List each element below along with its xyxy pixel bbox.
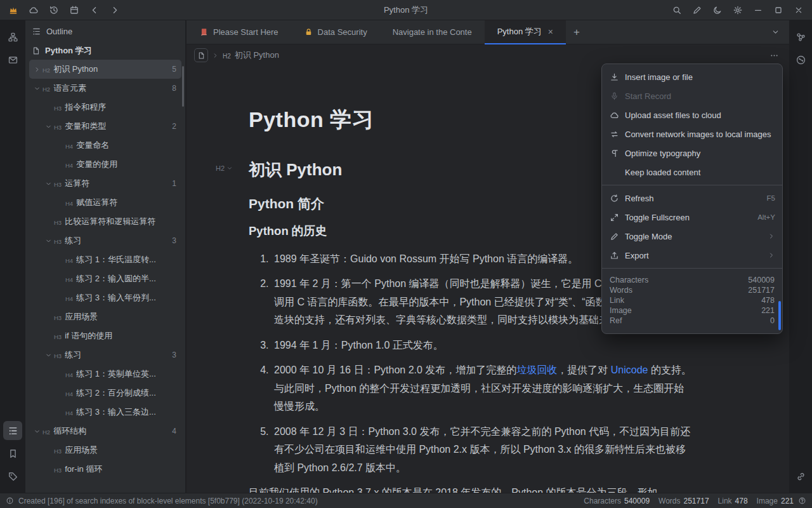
menu-item[interactable]: Toggle FullscreenAlt+Y	[602, 208, 782, 227]
outline-item[interactable]: H3指令和程序	[29, 98, 181, 117]
outline-item[interactable]: H3应用场景	[29, 441, 181, 460]
submenu-chevron-icon	[768, 251, 775, 259]
history-icon[interactable]	[44, 2, 63, 18]
outline-item[interactable]: H4练习 3：输入年份判...	[29, 288, 181, 307]
graph-icon[interactable]	[791, 27, 810, 46]
status-stat: Link478	[718, 497, 748, 505]
sidebar-scrollbar[interactable]	[182, 66, 184, 107]
inline-link[interactable]: Unicode	[611, 364, 648, 375]
new-tab-button[interactable]: +	[568, 24, 585, 41]
tab-3[interactable]: Navigate in the Conte	[380, 20, 485, 44]
tag-icon[interactable]	[3, 467, 22, 486]
chevron-down-icon[interactable]	[43, 350, 53, 360]
menu-item[interactable]: Keep loaded content	[602, 163, 782, 182]
menu-stat-row: Link478	[610, 295, 775, 305]
outline-item[interactable]: H4赋值运算符	[29, 193, 181, 212]
tab-4[interactable]: Python 学习×	[485, 20, 566, 44]
outline-item-label: 循环结构	[53, 425, 86, 437]
breadcrumb: H2 初识 Python	[187, 44, 789, 66]
status-message: Created [196] of search indexes of block…	[18, 497, 318, 505]
menu-scrollbar[interactable]	[778, 301, 781, 330]
titlebar: Python 学习	[0, 0, 812, 20]
search-icon[interactable]	[667, 2, 686, 18]
breadcrumb-item[interactable]: 初识 Python	[235, 50, 279, 61]
tab-close-icon[interactable]: ×	[548, 27, 553, 36]
outline-doc-row[interactable]: Python 学习	[25, 42, 185, 60]
tab-1[interactable]: Please Start Here	[187, 20, 291, 44]
inbox-icon[interactable]	[3, 50, 22, 69]
outline-icon[interactable]	[3, 421, 22, 440]
chevron-down-icon[interactable]	[43, 178, 53, 189]
outline-icon	[32, 27, 41, 36]
outline-item[interactable]: H3if 语句的使用	[29, 326, 181, 345]
info-icon[interactable]	[6, 497, 14, 505]
menu-item[interactable]: Insert image or file	[602, 67, 782, 86]
menu-item[interactable]: Toggle Mode	[602, 227, 782, 246]
daily-note-icon[interactable]	[65, 2, 84, 18]
close-icon[interactable]	[789, 2, 808, 18]
heading-level-tag: H3	[54, 124, 62, 131]
outline-item[interactable]: H3练习3	[29, 231, 181, 250]
bookmark-icon[interactable]	[3, 444, 22, 463]
outline-arrow-slot	[55, 388, 65, 398]
status-stat-value: 221	[781, 497, 794, 505]
outline-item[interactable]: H3比较运算符和逻辑运算符	[29, 212, 181, 231]
more-icon[interactable]	[766, 48, 782, 63]
chevron-right-icon[interactable]	[32, 64, 42, 74]
menu-item[interactable]: Optimize typography	[602, 144, 782, 163]
back-icon[interactable]	[85, 2, 104, 18]
outline-item[interactable]: H4练习 2：输入圆的半...	[29, 269, 181, 288]
backlink-icon[interactable]	[791, 467, 810, 486]
help-icon[interactable]	[798, 497, 806, 505]
menu-item[interactable]: Export	[602, 246, 782, 265]
inline-link[interactable]: 垃圾回收	[516, 364, 557, 375]
heading-level-tag: H2	[43, 67, 50, 74]
file-icon[interactable]	[194, 48, 208, 62]
outline-item[interactable]: H4练习 3：输入三条边...	[29, 403, 181, 422]
chevron-down-icon[interactable]	[43, 121, 53, 131]
chevron-down-icon[interactable]	[43, 236, 53, 246]
outline-item[interactable]: H2初识 Python5	[29, 60, 181, 79]
tab-list-chevron-icon[interactable]	[768, 25, 783, 40]
tab-2[interactable]: Data Security	[291, 20, 380, 44]
edit-icon[interactable]	[688, 2, 707, 18]
file-icon	[32, 46, 41, 55]
global-graph-icon[interactable]	[791, 50, 810, 69]
outline-item[interactable]: H3for-in 循环	[29, 460, 181, 479]
chevron-down-icon[interactable]	[32, 426, 42, 436]
outline-item[interactable]: H3练习3	[29, 345, 181, 364]
cloud-icon[interactable]	[24, 2, 43, 18]
app-logo-icon[interactable]	[4, 2, 23, 18]
outline-arrow-slot	[43, 312, 53, 322]
menu-item[interactable]: Convert network images to local images	[602, 124, 782, 144]
outline-arrow-slot	[55, 255, 65, 265]
heading-gutter[interactable]: H2	[216, 164, 233, 172]
paragraph-clipped[interactable]: 目前我们使用的 Python 3.7.x 的版本是在 2018 年发布的，Pyt…	[249, 484, 693, 493]
outline-item[interactable]: H3变量和类型2	[29, 117, 181, 136]
menu-item[interactable]: Upload asset files to cloud	[602, 105, 782, 124]
minimize-icon[interactable]	[749, 2, 768, 18]
outline-item[interactable]: H4变量命名	[29, 136, 181, 155]
outline-item[interactable]: H2循环结构4	[29, 422, 181, 441]
outline-item[interactable]: H4练习 1：华氏温度转...	[29, 250, 181, 269]
maximize-icon[interactable]	[769, 2, 788, 18]
outline-item[interactable]: H4练习 1：英制单位英...	[29, 364, 181, 384]
outline-item[interactable]: H2语言元素8	[29, 79, 181, 98]
file-tree-icon[interactable]	[3, 27, 22, 46]
outline-item[interactable]: H3应用场景	[29, 307, 181, 326]
status-stat-label: Words	[658, 497, 680, 505]
forward-icon[interactable]	[105, 2, 124, 18]
heading-level-tag: H4	[65, 295, 73, 302]
text-segment: 1994 年 1 月：Python 1.0 正式发布。	[274, 340, 443, 351]
chevron-down-icon[interactable]	[32, 83, 42, 93]
menu-item[interactable]: RefreshF5	[602, 189, 782, 208]
tab-label: Please Start Here	[213, 27, 278, 37]
menu-item-icon-slot	[609, 167, 619, 177]
outline-item[interactable]: H4练习 2：百分制成绩...	[29, 384, 181, 403]
outline-item-label: 指令和程序	[65, 102, 106, 113]
heading-level-tag: H4	[65, 276, 73, 283]
outline-item[interactable]: H4变量的使用	[29, 155, 181, 174]
outline-item[interactable]: H3运算符1	[29, 174, 181, 193]
theme-icon[interactable]	[708, 2, 727, 18]
settings-icon[interactable]	[728, 2, 747, 18]
